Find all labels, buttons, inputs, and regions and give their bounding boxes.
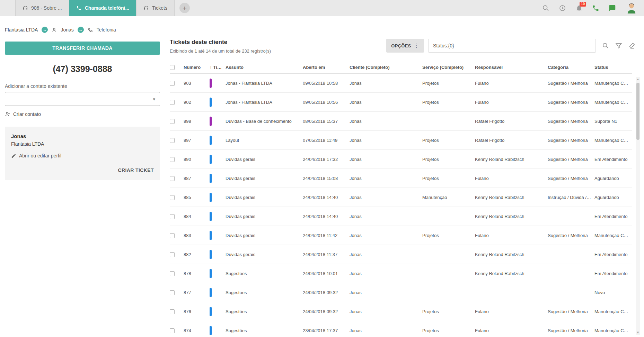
edit-profile-link[interactable]: Abrir ou editar perfil — [11, 153, 61, 158]
filter-funnel-icon[interactable] — [615, 42, 622, 49]
table-row[interactable]: 882 Dúvidas gerais 24/04/2018 11:37 Jona… — [170, 245, 632, 264]
table-row[interactable]: 877 Sugestões 24/04/2018 09:32 Jonas Nov… — [170, 283, 632, 302]
breadcrumb-company-link[interactable]: Flantasia LTDA — [5, 27, 38, 33]
ticket-assignee: Rafael Frigotto — [475, 119, 548, 124]
ticket-number: 883 — [184, 233, 210, 238]
ticket-filter-input[interactable] — [428, 39, 596, 53]
breadcrumb-contact[interactable]: Jonas — [61, 27, 73, 33]
table-row[interactable]: 884 Dúvidas gerais 24/04/2018 14:40 Jona… — [170, 207, 632, 226]
ticket-status: Manutenção Corretiva — [594, 328, 632, 333]
breadcrumb: Flantasia LTDA → Jonas → Telefonia — [5, 27, 644, 33]
row-checkbox[interactable] — [170, 100, 175, 105]
row-checkbox[interactable] — [170, 290, 175, 295]
table-row[interactable]: 874 Sugestões 23/04/2018 17:37 Jonas Pro… — [170, 321, 632, 337]
scroll-down-icon[interactable]: ▼ — [636, 330, 639, 335]
row-checkbox[interactable] — [170, 233, 175, 238]
column-header-tipo[interactable]: ↑Tipo — [210, 65, 226, 70]
row-checkbox[interactable] — [170, 214, 175, 219]
table-row[interactable]: 897 Layout 07/05/2018 11:49 Jonas Projet… — [170, 131, 632, 150]
transfer-call-button[interactable]: TRANSFERIR CHAMADA — [5, 42, 160, 55]
existing-contact-select[interactable]: ▾ — [5, 92, 160, 106]
ticket-assignee: Kenny Roland Rabitzsch — [475, 214, 548, 219]
row-checkbox[interactable] — [170, 81, 175, 86]
search-icon[interactable] — [602, 42, 609, 49]
row-checkbox[interactable] — [170, 328, 175, 333]
table-header: Número ↑Tipo Assunto Aberto em Cliente (… — [170, 61, 632, 74]
options-button-label: OPÇÕES — [391, 43, 411, 48]
row-checkbox[interactable] — [170, 252, 175, 257]
table-row[interactable]: 876 Sugestões 24/04/2018 09:32 Jonas Pro… — [170, 302, 632, 321]
notifications-bell-icon[interactable]: 10 — [575, 4, 583, 12]
ticket-opened-at: 09/05/2018 10:58 — [303, 81, 350, 86]
row-checkbox[interactable] — [170, 176, 175, 181]
ticket-client: Jonas — [350, 290, 422, 295]
tab-906-sobre[interactable]: 906 - Sobre ... — [15, 0, 69, 16]
row-checkbox[interactable] — [170, 119, 175, 124]
row-checkbox[interactable] — [170, 195, 175, 200]
column-header-aberto-em[interactable]: Aberto em — [303, 65, 350, 70]
column-header-assunto[interactable]: Assunto — [226, 65, 303, 70]
new-tab-button[interactable]: + — [179, 3, 190, 13]
ticket-subject: Sugestões — [226, 271, 303, 276]
row-checkbox[interactable] — [170, 309, 175, 314]
ticket-number: 887 — [184, 176, 210, 181]
eraser-icon[interactable] — [628, 42, 635, 49]
ticket-status: Manutenção Corretiva — [594, 309, 632, 314]
scroll-up-icon[interactable]: ▲ — [636, 77, 639, 82]
tab-label: Tickets — [152, 5, 167, 11]
table-scrollbar[interactable]: ▲ ▼ — [636, 77, 640, 335]
tab-chamada-telefonica[interactable]: Chamada telefôni... — [69, 0, 136, 16]
table-row[interactable]: 903 Jonas - Flantasia LTDA 09/05/2018 10… — [170, 74, 632, 93]
table-row[interactable]: 878 Sugestões 24/04/2018 10:01 Jonas Ken… — [170, 264, 632, 283]
row-checkbox[interactable] — [170, 271, 175, 276]
tab-tickets[interactable]: Tickets — [136, 0, 175, 16]
table-row[interactable]: 887 Dúvidas gerais 24/04/2018 15:08 Jona… — [170, 169, 632, 188]
column-header-servico[interactable]: Serviço (Completo) — [422, 65, 475, 70]
tipo-color-bar — [210, 117, 212, 126]
chevron-down-icon: ▾ — [153, 97, 155, 102]
column-header-status[interactable]: Status — [594, 65, 632, 70]
tipo-color-bar — [210, 269, 212, 278]
table-row[interactable]: 890 Dúvidas gerais 24/04/2018 17:32 Jona… — [170, 150, 632, 169]
column-header-responsavel[interactable]: Responsável — [475, 65, 548, 70]
create-ticket-button[interactable]: CRIAR TICKET — [11, 167, 154, 173]
ticket-subject: Sugestões — [226, 309, 303, 314]
create-contact-link[interactable]: Criar contato — [5, 111, 41, 117]
scrollbar-thumb[interactable] — [636, 83, 639, 140]
sort-arrow-icon: ↑ — [210, 65, 212, 70]
ticket-client: Jonas — [350, 233, 422, 238]
row-checkbox[interactable] — [170, 138, 175, 143]
contact-name: Jonas — [11, 133, 154, 139]
options-button[interactable]: OPÇÕES ⋮ — [386, 39, 424, 53]
search-icon[interactable] — [542, 4, 549, 12]
table-row[interactable]: 885 Dúvidas gerais 24/04/2018 14:40 Jona… — [170, 188, 632, 207]
user-avatar[interactable] — [625, 2, 638, 15]
ticket-category: Sugestão / Melhoria — [548, 100, 594, 105]
table-row[interactable]: 902 Jonas - Flantasia LTDA 09/05/2018 10… — [170, 93, 632, 112]
column-header-cliente[interactable]: Cliente (Completo) — [350, 65, 422, 70]
tipo-color-bar — [210, 98, 212, 107]
breadcrumb-section[interactable]: Telefonia — [97, 27, 116, 33]
ticket-client: Jonas — [350, 328, 422, 333]
call-panel: TRANSFERIR CHAMADA (47) 3399-0888 Adicio… — [5, 42, 160, 180]
ticket-subject: Jonas - Flantasia LTDA — [226, 81, 303, 86]
table-row[interactable]: 898 Dúvidas - Base de conhecimento 08/05… — [170, 112, 632, 131]
phone-call-icon[interactable] — [592, 4, 599, 12]
ticket-assignee: Fulano — [475, 176, 548, 181]
table-controls: OPÇÕES ⋮ — [386, 39, 635, 53]
ticket-assignee: Kenny Roland Rabitzsch — [475, 252, 548, 257]
row-checkbox[interactable] — [170, 157, 175, 162]
tipo-color-bar — [210, 155, 212, 164]
tipo-color-bar — [210, 250, 212, 259]
table-row[interactable]: 883 Dúvidas gerais 24/04/2018 11:42 Jona… — [170, 226, 632, 245]
column-header-numero[interactable]: Número — [184, 65, 210, 70]
select-all-checkbox[interactable] — [170, 65, 175, 70]
ticket-subject: Sugestões — [226, 290, 303, 295]
history-clock-icon[interactable] — [559, 4, 566, 12]
column-header-categoria[interactable]: Categoria — [548, 65, 594, 70]
ticket-service: Manutenção — [422, 195, 475, 200]
ticket-number: 897 — [184, 138, 210, 143]
ticket-service: Projetos — [422, 233, 475, 238]
chat-icon[interactable] — [609, 4, 616, 12]
tipo-color-bar — [210, 326, 212, 335]
